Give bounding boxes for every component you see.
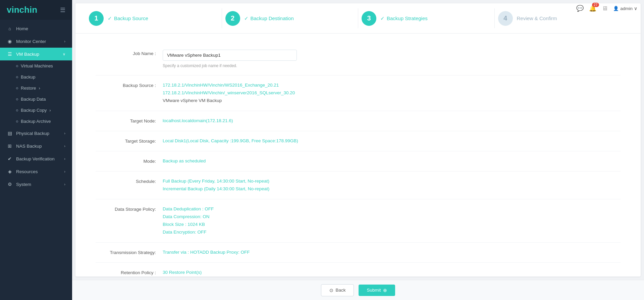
sidebar-item-backup-archive[interactable]: Backup Archive — [0, 116, 72, 127]
transmission-row: Transmission Strategy: Transfer via : HO… — [96, 243, 621, 263]
sidebar-item-resources[interactable]: ◈ Resources › — [0, 165, 72, 178]
sidebar: vinchin ☰ ⌂ Home ◉ Monitor Center › ☰ VM… — [0, 0, 72, 300]
sidebar-item-restore[interactable]: Restore › — [0, 83, 72, 94]
retention-label: Retention Policy : — [96, 269, 163, 275]
transmission-label: Transmission Strategy: — [96, 249, 163, 255]
sidebar-item-nas-backup[interactable]: ⊞ NAS Backup › — [0, 140, 72, 152]
sidebar-item-vm-backup-label: VM Backup — [16, 52, 39, 57]
system-icon: ⚙ — [7, 182, 13, 187]
dot-icon — [16, 87, 18, 89]
schedule-value: Full Backup (Every Friday, 14:30:00 Star… — [163, 178, 621, 193]
mode-row: Mode: Backup as scheduled — [96, 151, 621, 171]
sidebar-toggle-icon[interactable]: ☰ — [60, 6, 65, 14]
physical-backup-icon: ▤ — [7, 131, 13, 136]
topbar: 💬 🔔 27 🖥 👤 admin ∨ — [570, 0, 644, 17]
notification-badge: 27 — [592, 3, 599, 7]
sidebar-item-monitor-label: Monitor Center — [16, 39, 46, 44]
step-2-label: ✓ Backup Destination — [244, 15, 294, 21]
chevron-right-icon: › — [64, 157, 65, 161]
sidebar-sub-label: Virtual Machines — [21, 63, 53, 68]
sidebar-sub-label: Backup Data — [21, 97, 46, 102]
sidebar-item-vm-backup[interactable]: ☰ VM Backup ∨ — [0, 48, 72, 60]
logo-part2: chin — [19, 5, 37, 15]
schedule-line-1: Full Backup (Every Friday, 14:30:00 Star… — [163, 178, 621, 185]
job-name-input[interactable] — [163, 50, 297, 61]
sidebar-item-virtual-machines[interactable]: Virtual Machines — [0, 60, 72, 71]
retention-line-1: 30 Restore Point(s) — [163, 269, 621, 277]
dot-icon — [16, 65, 18, 67]
dot-icon — [16, 76, 18, 78]
sidebar-item-label: Physical Backup — [16, 131, 49, 136]
sidebar-item-backup-copy[interactable]: Backup Copy › — [0, 105, 72, 116]
step-3-circle: 3 — [362, 11, 376, 26]
data-storage-row: Data Storage Policy: Data Deduplication … — [96, 199, 621, 243]
data-storage-line-3: Block Size : 1024 KB — [163, 221, 621, 229]
step-4-circle: 4 — [498, 11, 513, 26]
sidebar-item-backup-verification[interactable]: ✔ Backup Verification › — [0, 152, 72, 165]
schedule-line-2: Incremental Backup (Daily 14:30:00 Start… — [163, 185, 621, 193]
back-button[interactable]: ⊙ Back — [321, 284, 354, 296]
dot-icon — [16, 98, 18, 100]
chevron-right-icon: › — [39, 86, 40, 91]
notification-bell[interactable]: 🔔 27 — [589, 5, 596, 12]
main-area: 💬 🔔 27 🖥 👤 admin ∨ 1 ✓ Backup Source — [72, 0, 644, 300]
wizard-steps: 1 ✓ Backup Source 2 ✓ Backup Destination — [75, 3, 641, 34]
user-menu[interactable]: 👤 admin ∨ — [613, 6, 637, 11]
sidebar-item-backup-data[interactable]: Backup Data — [0, 94, 72, 105]
sidebar-item-label: System — [16, 182, 31, 187]
sidebar-item-physical-backup[interactable]: ▤ Physical Backup › — [0, 127, 72, 140]
user-dropdown-icon: ∨ — [634, 6, 637, 11]
chevron-right-icon: › — [64, 131, 65, 135]
step-3: 3 ✓ Backup Strategies — [358, 3, 494, 33]
step-4-label: Review & Confirm — [517, 15, 557, 21]
vm-backup-icon: ☰ — [7, 51, 13, 57]
sidebar-item-label: Backup Verification — [16, 156, 55, 161]
chevron-right-icon: › — [64, 39, 65, 43]
sidebar-item-system[interactable]: ⚙ System › — [0, 178, 72, 191]
chevron-right-icon: › — [64, 182, 65, 186]
sidebar-item-backup[interactable]: Backup — [0, 71, 72, 83]
chevron-right-icon: › — [64, 144, 65, 148]
sidebar-item-home-label: Home — [16, 26, 28, 31]
chevron-right-icon: › — [64, 169, 65, 173]
step-1-check-icon: ✓ — [108, 15, 112, 21]
data-storage-line-2: Data Compression: ON — [163, 213, 621, 221]
target-node-label: Target Node: — [96, 117, 163, 123]
backup-source-line-3: VMware vSphere VM Backup — [163, 97, 621, 105]
user-label: admin — [620, 6, 633, 11]
schedule-row: Schedule: Full Backup (Every Friday, 14:… — [96, 171, 621, 199]
sidebar-item-monitor[interactable]: ◉ Monitor Center › — [0, 35, 72, 48]
job-name-field-area: Specify a customized job name if needed. — [163, 50, 621, 69]
step-2-circle: 2 — [225, 11, 240, 26]
step-2-check-icon: ✓ — [244, 15, 249, 21]
sidebar-item-label: Resources — [16, 169, 38, 174]
transmission-value: Transfer via : HOTADD Backup Proxy: OFF — [163, 249, 621, 256]
backup-source-label: Backup Source : — [96, 82, 163, 88]
mode-value: Backup as scheduled — [163, 157, 621, 165]
sidebar-header: vinchin ☰ — [0, 0, 72, 20]
user-icon: 👤 — [613, 6, 619, 11]
monitor-display-icon[interactable]: 🖥 — [602, 5, 608, 12]
step-2: 2 ✓ Backup Destination — [222, 3, 358, 33]
step-1: 1 ✓ Backup Source — [86, 3, 222, 33]
logo-part1: vin — [7, 5, 19, 15]
retention-row: Retention Policy : 30 Restore Point(s) G… — [96, 263, 621, 277]
job-name-hint: Specify a customized job name if needed. — [163, 62, 621, 69]
sidebar-sub-label: Backup Copy — [21, 108, 47, 113]
sidebar-item-home[interactable]: ⌂ Home — [0, 22, 72, 35]
message-icon[interactable]: 💬 — [576, 5, 584, 12]
submit-button[interactable]: Submit ⊕ — [359, 285, 395, 296]
data-storage-value: Data Deduplication : OFF Data Compressio… — [163, 205, 621, 236]
sidebar-sub-label: Backup — [21, 74, 35, 80]
backup-source-line-1: 172.18.2.1/VinchinHW/Vinchin/WS2016_Exch… — [163, 82, 621, 89]
dot-icon — [16, 109, 18, 111]
bottom-bar: ⊙ Back Submit ⊕ — [72, 280, 644, 300]
review-form: Job Name : Specify a customized job name… — [75, 34, 641, 277]
verification-icon: ✔ — [7, 156, 13, 161]
logo: vinchin — [7, 5, 37, 15]
sidebar-nav: ⌂ Home ◉ Monitor Center › ☰ VM Backup ∨ … — [0, 20, 72, 300]
job-name-row: Job Name : Specify a customized job name… — [96, 44, 621, 76]
data-storage-label: Data Storage Policy: — [96, 205, 163, 212]
submit-arrow-icon: ⊕ — [383, 288, 387, 293]
retention-value: 30 Restore Point(s) GFS Retention:OFF — [163, 269, 621, 277]
